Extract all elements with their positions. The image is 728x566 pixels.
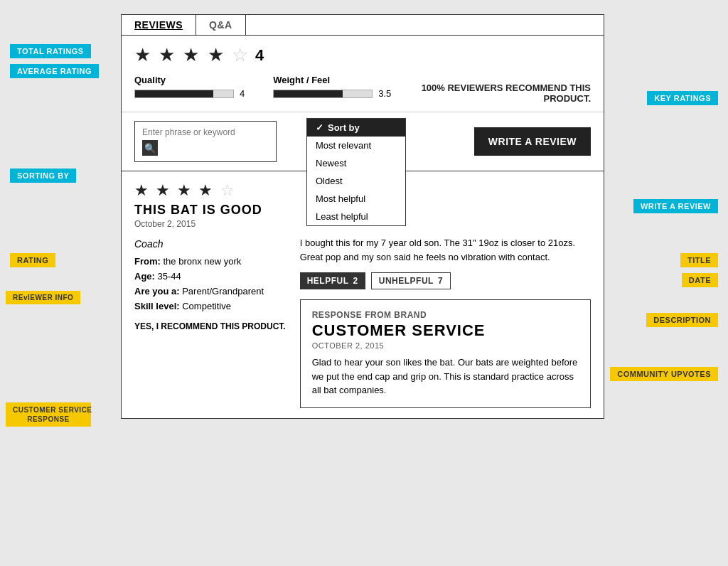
- brand-name: CUSTOMER SERVICE: [312, 321, 579, 340]
- quality-label: Quality: [134, 75, 245, 85]
- weight-value: 3.5: [378, 88, 391, 99]
- annotation-community-upvotes: COMMUNITY UPVOTES: [610, 367, 718, 381]
- annotation-write-review: WRITE A REVIEW: [633, 199, 718, 213]
- average-rating-number: 4: [255, 46, 264, 65]
- bar-ratings: Quality 4 Weight / Feel: [134, 75, 391, 99]
- brand-text: Glad to hear your son likes the bat. Our…: [312, 356, 579, 397]
- sort-newest[interactable]: Newest: [307, 154, 405, 172]
- write-review-button[interactable]: WRITE A REVIEW: [474, 127, 591, 156]
- brand-response-label: RESPONSE FROM BRAND: [312, 310, 579, 320]
- annotation-description: DESCRIPTION: [646, 313, 718, 327]
- weight-label: Weight / Feel: [273, 75, 391, 85]
- search-icon: 🔍: [144, 143, 156, 154]
- search-button[interactable]: 🔍: [142, 140, 158, 156]
- checkmark-icon: ✓: [316, 122, 323, 133]
- review-body-layout: Coach From: the bronx new york Age: 35-4…: [134, 236, 591, 408]
- search-box[interactable]: 🔍: [134, 121, 277, 162]
- annotation-key-ratings: KEY RATINGS: [647, 91, 718, 105]
- sorting-section: 🔍 ✓ Sort by Most relevant Newest Oldest: [122, 112, 604, 171]
- sort-header: ✓ Sort by: [307, 119, 405, 137]
- quality-bar-item: Quality 4: [134, 75, 245, 99]
- annotation-date: DATE: [682, 273, 718, 287]
- main-wrapper: REVIEWS Q&A ★ ★ ★ ★ ☆ 4: [0, 0, 728, 566]
- review-content: I bought this for my 7 year old son. The…: [300, 236, 591, 408]
- annotation-reviewer-info: REvIEWER INFO: [6, 291, 80, 304]
- sort-oldest[interactable]: Oldest: [307, 172, 405, 190]
- quality-bar-fill: [135, 90, 213, 97]
- review-text: I bought this for my 7 year old son. The…: [300, 236, 591, 264]
- search-input[interactable]: [142, 127, 269, 137]
- tabs-bar: REVIEWS Q&A: [122, 15, 604, 36]
- weight-bar-item: Weight / Feel 3.5: [273, 75, 391, 99]
- reviewer-info: Coach From: the bronx new york Age: 35-4…: [134, 236, 286, 408]
- annotation-total-ratings: TOTAL RATINGS: [10, 44, 91, 58]
- sort-most-helpful[interactable]: Most helpful: [307, 190, 405, 208]
- weight-bar-fill: [274, 90, 343, 97]
- quality-value: 4: [240, 88, 245, 99]
- brand-date: OCTOBER 2, 2015: [312, 341, 579, 350]
- weight-bar-row: 3.5: [273, 88, 391, 99]
- average-stars: ★ ★ ★ ★ ☆: [134, 44, 250, 66]
- reviewer-age: Age: 35-44: [134, 269, 286, 284]
- annotation-customer-service-response: CUSTOMER SERVICERESPONSE: [6, 402, 91, 427]
- average-rating-row: ★ ★ ★ ★ ☆ 4: [134, 44, 591, 66]
- annotation-rating: RATING: [10, 253, 55, 267]
- weight-bar-track: [273, 90, 373, 98]
- rating-section: ★ ★ ★ ★ ☆ 4 Quality: [122, 36, 604, 112]
- recommend-text: 100% REVIEWERS RECOMMEND THIS PRODUCT.: [391, 82, 591, 104]
- helpful-button[interactable]: HELPFUL 2: [300, 272, 365, 289]
- reviewer-type: Are you a: Parent/Grandparent: [134, 284, 286, 299]
- tab-reviews[interactable]: REVIEWS: [122, 15, 196, 35]
- helpful-row: HELPFUL 2 UNHELPFUL 7: [300, 272, 591, 289]
- annotation-average-rating: AVERAGE RATING: [10, 64, 99, 78]
- quality-bar-track: [134, 90, 234, 98]
- annotation-title: TITLE: [680, 253, 718, 267]
- sort-dropdown[interactable]: ✓ Sort by Most relevant Newest Oldest Mo…: [306, 118, 406, 226]
- annotation-sorting-by: SORTING BY: [10, 169, 76, 183]
- reviewer-skill: Skill level: Competitive: [134, 299, 286, 314]
- quality-bar-row: 4: [134, 88, 245, 99]
- reviewer-name: Coach: [134, 236, 286, 252]
- bar-ratings-row: Quality 4 Weight / Feel: [134, 75, 591, 105]
- content-box: REVIEWS Q&A ★ ★ ★ ★ ☆ 4: [121, 14, 604, 419]
- unhelpful-button[interactable]: UNHELPFUL 7: [371, 272, 451, 289]
- sort-least-helpful[interactable]: Least helpful: [307, 208, 405, 225]
- sort-most-relevant[interactable]: Most relevant: [307, 137, 405, 154]
- tab-qa[interactable]: Q&A: [196, 15, 246, 35]
- reviewer-from: From: the bronx new york: [134, 255, 286, 269]
- reviewer-recommend: YES, I RECOMMEND THIS PRODUCT.: [134, 320, 286, 333]
- brand-response: RESPONSE FROM BRAND CUSTOMER SERVICE OCT…: [300, 299, 591, 408]
